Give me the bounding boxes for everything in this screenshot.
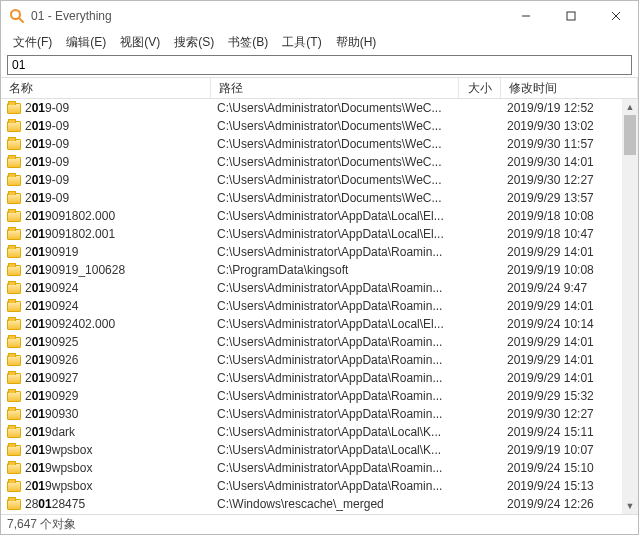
row-name: 2019wpsbox xyxy=(25,479,92,493)
table-row[interactable]: 2019-09C:\Users\Administrator\Documents\… xyxy=(1,99,638,117)
row-path: C:\Users\Administrator\AppData\Local\El.… xyxy=(211,317,459,331)
row-date: 2019/9/24 12:26 xyxy=(501,497,638,511)
table-row[interactable]: 20190925C:\Users\Administrator\AppData\R… xyxy=(1,333,638,351)
table-row[interactable]: 20190927C:\Users\Administrator\AppData\R… xyxy=(1,369,638,387)
folder-icon xyxy=(7,103,21,114)
close-button[interactable] xyxy=(593,1,638,31)
row-name: 280128475 xyxy=(25,497,85,511)
row-date: 2019/9/30 12:27 xyxy=(501,407,638,421)
row-date: 2019/9/24 15:13 xyxy=(501,479,638,493)
row-name: 2019dark xyxy=(25,425,75,439)
table-row[interactable]: 2019wpsboxC:\Users\Administrator\AppData… xyxy=(1,477,638,495)
row-path: C:\Users\Administrator\AppData\Roamin... xyxy=(211,299,459,313)
table-row[interactable]: 20190924C:\Users\Administrator\AppData\R… xyxy=(1,297,638,315)
header-path[interactable]: 路径 xyxy=(211,78,459,98)
titlebar: 01 - Everything xyxy=(1,1,638,31)
table-row[interactable]: 280128475C:\Windows\rescache\_merged2019… xyxy=(1,495,638,513)
menubar: 文件(F) 编辑(E) 视图(V) 搜索(S) 书签(B) 工具(T) 帮助(H… xyxy=(1,31,638,53)
folder-icon xyxy=(7,301,21,312)
table-row[interactable]: 2019-09C:\Users\Administrator\Documents\… xyxy=(1,189,638,207)
table-row[interactable]: 2019-09C:\Users\Administrator\Documents\… xyxy=(1,117,638,135)
row-name: 2019wpsbox xyxy=(25,443,92,457)
folder-icon xyxy=(7,211,21,222)
header-size[interactable]: 大小 xyxy=(459,78,501,98)
menu-search[interactable]: 搜索(S) xyxy=(168,32,220,53)
table-row[interactable]: 2019-09C:\Users\Administrator\Documents\… xyxy=(1,171,638,189)
header-name[interactable]: 名称 xyxy=(1,78,211,98)
row-path: C:\ProgramData\kingsoft xyxy=(211,263,459,277)
table-row[interactable]: 2019-09C:\Users\Administrator\Documents\… xyxy=(1,153,638,171)
row-date: 2019/9/29 13:57 xyxy=(501,191,638,205)
menu-file[interactable]: 文件(F) xyxy=(7,32,58,53)
search-input[interactable] xyxy=(7,55,632,75)
folder-icon xyxy=(7,481,21,492)
row-name: 2019092402.000 xyxy=(25,317,115,331)
row-date: 2019/9/18 10:47 xyxy=(501,227,638,241)
table-row[interactable]: 2019wpsboxC:\Users\Administrator\AppData… xyxy=(1,459,638,477)
vertical-scrollbar[interactable]: ▲ ▼ xyxy=(622,99,638,514)
row-path: C:\Users\Administrator\AppData\Roamin... xyxy=(211,389,459,403)
minimize-button[interactable] xyxy=(503,1,548,31)
row-name: 20190926 xyxy=(25,353,78,367)
table-row[interactable]: 20190919_100628C:\ProgramData\kingsoft20… xyxy=(1,261,638,279)
table-row[interactable]: 20190926C:\Users\Administrator\AppData\R… xyxy=(1,351,638,369)
row-path: C:\Users\Administrator\AppData\Local\K..… xyxy=(211,425,459,439)
row-path: C:\Users\Administrator\AppData\Local\El.… xyxy=(211,209,459,223)
row-name: 20190925 xyxy=(25,335,78,349)
folder-icon xyxy=(7,121,21,132)
folder-icon xyxy=(7,463,21,474)
scroll-thumb[interactable] xyxy=(624,115,636,155)
row-path: C:\Users\Administrator\AppData\Roamin... xyxy=(211,353,459,367)
table-row[interactable]: 2019wpsboxC:\Users\Administrator\AppData… xyxy=(1,441,638,459)
table-row[interactable]: 20190929C:\Users\Administrator\AppData\R… xyxy=(1,387,638,405)
row-name: 2019091802.001 xyxy=(25,227,115,241)
row-name: 2019wpsbox xyxy=(25,461,92,475)
row-name: 20190919 xyxy=(25,245,78,259)
table-row[interactable]: 2019091802.001C:\Users\Administrator\App… xyxy=(1,225,638,243)
header-date[interactable]: 修改时间 xyxy=(501,78,638,98)
row-date: 2019/9/30 14:01 xyxy=(501,155,638,169)
row-date: 2019/9/29 14:01 xyxy=(501,245,638,259)
row-path: C:\Users\Administrator\AppData\Roamin... xyxy=(211,281,459,295)
row-name: 20190924 xyxy=(25,281,78,295)
row-path: C:\Users\Administrator\Documents\WeC... xyxy=(211,137,459,151)
row-path: C:\Users\Administrator\AppData\Roamin... xyxy=(211,335,459,349)
scroll-track[interactable] xyxy=(622,115,638,498)
table-row[interactable]: 2019-09C:\Users\Administrator\Documents\… xyxy=(1,135,638,153)
table-row[interactable]: 2a619736a8df67fdaf32be8015f70f1eC:\Windo… xyxy=(1,513,638,514)
scroll-down-arrow[interactable]: ▼ xyxy=(622,498,638,514)
menu-view[interactable]: 视图(V) xyxy=(114,32,166,53)
row-date: 2019/9/29 14:01 xyxy=(501,299,638,313)
row-name: 2019-09 xyxy=(25,119,69,133)
folder-icon xyxy=(7,355,21,366)
row-name: 2019-09 xyxy=(25,137,69,151)
row-date: 2019/9/30 12:27 xyxy=(501,173,638,187)
scroll-up-arrow[interactable]: ▲ xyxy=(622,99,638,115)
table-row[interactable]: 2019091802.000C:\Users\Administrator\App… xyxy=(1,207,638,225)
maximize-button[interactable] xyxy=(548,1,593,31)
row-name: 20190919_100628 xyxy=(25,263,125,277)
row-path: C:\Users\Administrator\Documents\WeC... xyxy=(211,119,459,133)
table-row[interactable]: 2019092402.000C:\Users\Administrator\App… xyxy=(1,315,638,333)
row-date: 2019/9/19 12:52 xyxy=(501,101,638,115)
table-row[interactable]: 2019darkC:\Users\Administrator\AppData\L… xyxy=(1,423,638,441)
table-row[interactable]: 20190930C:\Users\Administrator\AppData\R… xyxy=(1,405,638,423)
row-date: 2019/9/29 14:01 xyxy=(501,335,638,349)
row-date: 2019/9/30 11:57 xyxy=(501,137,638,151)
menu-tool[interactable]: 工具(T) xyxy=(276,32,327,53)
menu-edit[interactable]: 编辑(E) xyxy=(60,32,112,53)
row-date: 2019/9/19 10:08 xyxy=(501,263,638,277)
table-row[interactable]: 20190919C:\Users\Administrator\AppData\R… xyxy=(1,243,638,261)
row-name: 2019-09 xyxy=(25,155,69,169)
row-name: 20190930 xyxy=(25,407,78,421)
row-path: C:\Users\Administrator\AppData\Roamin... xyxy=(211,407,459,421)
folder-icon xyxy=(7,139,21,150)
row-name: 2019-09 xyxy=(25,101,69,115)
row-path: C:\Users\Administrator\Documents\WeC... xyxy=(211,173,459,187)
menu-bookmark[interactable]: 书签(B) xyxy=(222,32,274,53)
table-row[interactable]: 20190924C:\Users\Administrator\AppData\R… xyxy=(1,279,638,297)
row-date: 2019/9/19 10:07 xyxy=(501,443,638,457)
menu-help[interactable]: 帮助(H) xyxy=(330,32,383,53)
row-name: 20190924 xyxy=(25,299,78,313)
row-name: 2019-09 xyxy=(25,191,69,205)
